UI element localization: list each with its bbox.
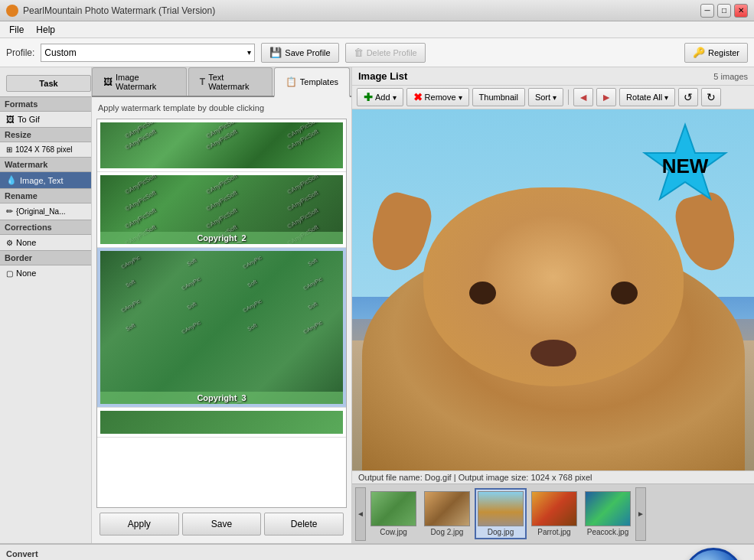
thumb-img-dog2 xyxy=(424,491,470,526)
template-item-top[interactable]: ©AnyPicSoft ©AnyPicSoft ©AnyPicSoft ©Any… xyxy=(97,119,346,172)
start-button[interactable]: START xyxy=(684,548,743,560)
register-button[interactable]: 🔑 Register xyxy=(684,43,748,63)
thumbnail-cow[interactable]: Cow.jpg xyxy=(367,488,419,539)
border-icon: ▢ xyxy=(6,269,13,278)
menu-file[interactable]: File xyxy=(3,23,30,37)
preview-info: Output file name: Dog.gif | Output image… xyxy=(352,470,754,483)
arrow-right-icon: ► xyxy=(601,91,612,103)
template-list[interactable]: ©AnyPicSoft ©AnyPicSoft ©AnyPicSoft ©Any… xyxy=(96,119,347,508)
rotate-all-button[interactable]: Rotate All xyxy=(619,88,675,106)
sidebar-item-resize[interactable]: ⊞ 1024 X 768 pixel xyxy=(0,142,91,157)
thumbnail-dog[interactable]: Dog.jpg xyxy=(475,488,527,539)
add-icon: ✚ xyxy=(364,91,373,103)
image-count-badge: 5 images xyxy=(713,72,748,81)
profile-select-container[interactable]: Custom ▾ xyxy=(41,44,255,62)
convert-section: Convert Destination Folder: ▲ ▼ 📁 Browse… xyxy=(0,543,754,560)
template-item-copyright3[interactable]: ©AnyPic Soft ©AnyPic Soft Soft ©AnyPic S… xyxy=(97,248,346,408)
sidebar-section-watermark[interactable]: Watermark xyxy=(0,157,91,172)
sidebar-section-corrections[interactable]: Corrections xyxy=(0,220,91,235)
delete-button[interactable]: Delete xyxy=(264,513,344,536)
thumb-img-peacock xyxy=(585,491,631,526)
sidebar-section-formats[interactable]: Formats xyxy=(0,96,91,112)
thumbnail-dog2[interactable]: Dog 2.jpg xyxy=(421,488,473,539)
delete-profile-button[interactable]: 🗑 Delete Profile xyxy=(345,43,426,63)
task-button[interactable]: Task xyxy=(6,75,91,92)
apply-button[interactable]: Apply xyxy=(100,513,179,536)
sidebar-item-rename[interactable]: ✏ {Original_Na... xyxy=(0,203,91,220)
remove-button[interactable]: ✖ Remove xyxy=(406,88,469,106)
close-button[interactable]: ✕ xyxy=(734,4,748,18)
corrections-icon: ⚙ xyxy=(6,239,13,247)
copyright2-label: Copyright_2 xyxy=(197,233,246,243)
rotate-left-button[interactable]: ↺ xyxy=(678,88,698,106)
tab-bar: 🖼 Image Watermark T Text Watermark 📋 Tem… xyxy=(92,67,351,97)
window-controls: ─ □ ✕ xyxy=(700,4,748,18)
profile-dropdown-icon[interactable]: ▾ xyxy=(247,48,251,57)
image-toolbar: ✚ Add ✖ Remove Thumbnail Sort ◄ ► Rotate… xyxy=(352,86,754,109)
nav-right-button[interactable]: ► xyxy=(596,88,616,106)
sidebar-item-watermark[interactable]: 💧 Image, Text xyxy=(0,172,91,188)
template-panel: Apply watermark template by double click… xyxy=(92,97,351,543)
resize-icon: ⊞ xyxy=(6,145,12,154)
nav-left-button[interactable]: ◄ xyxy=(573,88,593,106)
sidebar-item-corrections[interactable]: ⚙ None xyxy=(0,235,91,250)
profile-label: Profile: xyxy=(6,47,34,58)
template-item-copyright2[interactable]: ©AnyPicSoft ©AnyPicSoft ©AnyPicSoft ©Any… xyxy=(97,172,346,248)
rotate-left-icon: ↺ xyxy=(684,91,693,103)
svg-text:NEW: NEW xyxy=(662,155,709,177)
delete-icon: 🗑 xyxy=(354,47,364,58)
tab-image-watermark[interactable]: 🖼 Image Watermark xyxy=(92,67,187,96)
tab-text-watermark[interactable]: T Text Watermark xyxy=(188,67,273,96)
rotate-right-icon: ↻ xyxy=(707,91,716,103)
thumbnail-peacock[interactable]: Peacock.jpg xyxy=(582,488,634,539)
save-button[interactable]: Save xyxy=(182,513,262,536)
right-panel: Image List 5 images ✚ Add ✖ Remove Thumb… xyxy=(352,67,754,543)
app-title: PearlMountain Photo Watermark (Trial Ver… xyxy=(23,5,215,16)
sidebar-item-border[interactable]: ▢ None xyxy=(0,265,91,281)
thumb-label-parrot: Parrot.jpg xyxy=(537,528,570,536)
new-badge: NEW xyxy=(635,121,735,209)
tab-templates[interactable]: 📋 Templates xyxy=(274,67,350,97)
text-watermark-tab-icon: T xyxy=(200,77,205,87)
menubar: File Help xyxy=(0,21,754,38)
sidebar-section-border[interactable]: Border xyxy=(0,250,91,265)
rotate-right-button[interactable]: ↻ xyxy=(701,88,721,106)
sidebar-item-gif[interactable]: 🖼 To Gif xyxy=(0,112,91,127)
template-item-bottom[interactable] xyxy=(97,408,346,438)
template-instruction: Apply watermark template by double click… xyxy=(96,102,347,114)
thumb-scroll-left[interactable]: ◄ xyxy=(355,487,366,541)
key-icon: 🔑 xyxy=(693,47,705,58)
start-button-container[interactable]: START xyxy=(684,548,745,560)
sort-button[interactable]: Sort xyxy=(528,88,563,106)
sidebar-section-resize[interactable]: Resize xyxy=(0,127,91,142)
add-button[interactable]: ✚ Add xyxy=(357,88,403,106)
thumb-label-peacock: Peacock.jpg xyxy=(587,528,628,536)
save-profile-button[interactable]: 💾 Save Profile xyxy=(261,43,338,63)
image-preview: NEW xyxy=(352,109,754,470)
remove-icon: ✖ xyxy=(413,91,423,103)
maximize-button[interactable]: □ xyxy=(717,4,731,18)
arrow-left-icon: ◄ xyxy=(578,91,589,103)
thumb-label-dog: Dog.jpg xyxy=(488,528,514,536)
thumbnail-parrot[interactable]: Parrot.jpg xyxy=(528,488,580,539)
thumbnail-strip: ◄ Cow.jpg Dog 2.jpg Dog.jpg Parrot.jpg xyxy=(352,483,754,543)
profile-select: Custom xyxy=(44,47,247,58)
thumb-img-dog xyxy=(478,491,524,526)
menu-help[interactable]: Help xyxy=(30,23,61,37)
thumbnail-button[interactable]: Thumbnail xyxy=(472,88,525,106)
image-list-header: Image List 5 images xyxy=(352,67,754,86)
watermark-icon: 💧 xyxy=(6,175,17,185)
templates-tab-icon: 📋 xyxy=(286,77,297,87)
image-list-title: Image List xyxy=(358,70,407,82)
toolbar-separator xyxy=(568,90,569,105)
titlebar: PearlMountain Photo Watermark (Trial Ver… xyxy=(0,0,754,21)
sidebar-section-rename[interactable]: Rename xyxy=(0,188,91,203)
floppy-icon: 💾 xyxy=(269,47,282,58)
thumb-scroll-right[interactable]: ► xyxy=(635,487,646,541)
sidebar: Task Formats 🖼 To Gif Resize ⊞ 1024 X 76… xyxy=(0,67,92,543)
gif-icon: 🖼 xyxy=(6,115,15,124)
image-watermark-tab-icon: 🖼 xyxy=(103,77,113,87)
minimize-button[interactable]: ─ xyxy=(700,4,714,18)
toolbar: Profile: Custom ▾ 💾 Save Profile 🗑 Delet… xyxy=(0,38,754,67)
rename-icon: ✏ xyxy=(6,207,13,217)
